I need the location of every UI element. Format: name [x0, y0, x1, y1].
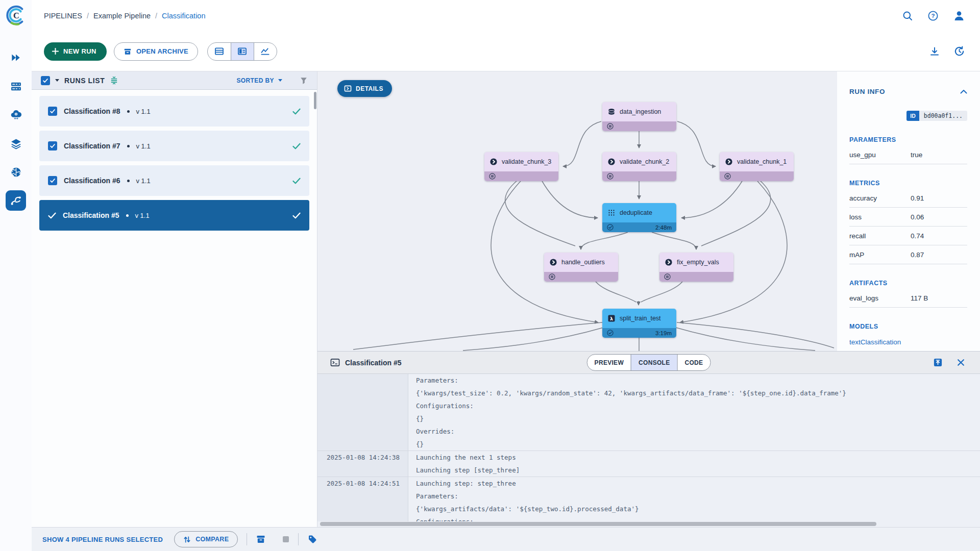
split-view-toggle[interactable]	[231, 43, 254, 60]
sidebar-item-pipelines[interactable]	[6, 190, 26, 211]
console-text: Configurations:	[408, 402, 474, 410]
select-all-caret-icon[interactable]	[55, 79, 59, 82]
pipeline-step-node[interactable]: validate_chunk_3	[484, 152, 558, 181]
console-text: Launching step [step_three]	[408, 466, 520, 474]
run-info-panel: RUN INFO ID bd00a0f1... PARAMETERSuse_gp…	[837, 71, 980, 351]
run-row[interactable]: Classification #7v 1.1	[39, 131, 309, 161]
sidebar-item-models[interactable]	[6, 162, 26, 182]
run-name: Classification #8	[64, 107, 120, 115]
pipeline-step-node[interactable]: deduplicate2:48m	[602, 203, 676, 232]
sidebar: C ++	[0, 0, 32, 551]
pipeline-step-node[interactable]: λsplit_train_test3:19m	[602, 309, 676, 338]
runs-list-scrollbar[interactable]	[314, 92, 316, 109]
console-hscrollbar[interactable]	[320, 522, 876, 526]
tab-console[interactable]: CONSOLE	[631, 355, 677, 370]
row-checkbox[interactable]	[48, 176, 57, 185]
info-row: eval_logs117 B	[849, 289, 967, 308]
run-name: Classification #7	[64, 142, 120, 150]
info-row: loss0.06	[849, 208, 967, 227]
view-toggle-group	[207, 42, 277, 61]
compare-icon	[183, 536, 191, 543]
sidebar-item-projects[interactable]	[6, 47, 26, 68]
row-checkbox[interactable]	[48, 141, 57, 151]
row-checkbox[interactable]	[48, 107, 57, 116]
runs-list-header: RUNS LIST SORTED BY	[32, 71, 317, 90]
clearml-logo-icon[interactable]: C	[5, 5, 27, 26]
abort-button-icon[interactable]	[282, 536, 289, 543]
info-row: mAP0.87	[849, 245, 967, 264]
console-output[interactable]: Parameters:{'kwargs/test_size': 0.2, 'kw…	[317, 374, 980, 521]
scalars-view-toggle[interactable]	[254, 43, 277, 60]
compare-button[interactable]: COMPARE	[174, 531, 238, 547]
run-version: v 1.1	[136, 177, 151, 185]
tab-preview[interactable]: PREVIEW	[587, 355, 631, 370]
download-icon[interactable]	[929, 46, 940, 57]
archive-button-icon[interactable]	[256, 534, 266, 544]
sidebar-item-applications[interactable]: ++	[6, 105, 26, 125]
columns-settings-icon[interactable]	[110, 76, 118, 85]
console-entry: 2025-01-08 14:24:38Launching the next 1 …	[317, 450, 980, 477]
console-line: Configurations:	[317, 515, 980, 521]
pipeline-step-node[interactable]: data_ingestion	[602, 102, 676, 131]
step-duration: 3:19m	[655, 330, 672, 336]
info-label: eval_logs	[849, 294, 911, 302]
completed-icon	[607, 224, 614, 231]
step-chevron-icon	[665, 259, 672, 266]
model-link[interactable]: textClassification	[849, 338, 967, 346]
pipeline-step-node[interactable]: validate_chunk_1	[720, 152, 794, 181]
step-name: validate_chunk_3	[502, 158, 551, 165]
pipeline-step-node[interactable]: validate_chunk_2	[602, 152, 676, 181]
run-history-icon[interactable]	[954, 46, 965, 57]
sorted-by-dropdown[interactable]: SORTED BY	[236, 77, 282, 84]
sidebar-item-datasets[interactable]	[6, 133, 26, 154]
open-archive-button[interactable]: OPEN ARCHIVE	[114, 42, 198, 61]
console-tabs: PREVIEWCONSOLECODE	[587, 354, 711, 371]
run-row[interactable]: Classification #8v 1.1	[39, 96, 309, 127]
table-view-toggle[interactable]	[208, 43, 231, 60]
pipeline-step-node[interactable]: fix_empty_vals	[659, 253, 733, 282]
help-icon[interactable]: ?	[928, 11, 938, 21]
info-value: 0.87	[911, 251, 924, 259]
run-id-chip[interactable]: ID bd00a0f1...	[906, 111, 967, 121]
info-label: accuracy	[849, 194, 911, 202]
step-name: data_ingestion	[620, 108, 661, 115]
breadcrumb-pipelines[interactable]: PIPELINES	[44, 12, 82, 20]
double-chevron-icon	[10, 52, 21, 63]
queued-icon	[549, 273, 555, 280]
run-id-value: bd00a0f1...	[919, 111, 967, 121]
console-line: Launching step [step_three]	[317, 464, 980, 477]
console-line: 2025-01-08 14:24:51Launching step: step_…	[317, 477, 980, 490]
filter-icon[interactable]	[300, 77, 308, 85]
info-label: loss	[849, 213, 911, 221]
search-icon[interactable]	[902, 11, 913, 21]
info-label: use_gpu	[849, 151, 911, 159]
pipeline-step-node[interactable]: handle_outliers	[544, 253, 618, 282]
toolbar: NEW RUN OPEN ARCHIVE	[32, 32, 980, 71]
row-selected-check-icon[interactable]	[48, 212, 56, 219]
info-value: true	[911, 151, 922, 159]
select-all-checkbox[interactable]	[41, 76, 50, 85]
section-title: METRICS	[849, 180, 967, 187]
sidebar-item-workers-queues[interactable]	[6, 76, 26, 96]
section-title: PARAMETERS	[849, 136, 967, 143]
console-line: Parameters:	[317, 490, 980, 503]
tab-code[interactable]: CODE	[677, 355, 710, 370]
details-button[interactable]: DETAILS	[337, 80, 392, 97]
new-run-button[interactable]: NEW RUN	[44, 42, 107, 61]
close-icon[interactable]	[957, 359, 965, 366]
runs-list-title: RUNS LIST	[64, 77, 105, 85]
breadcrumb: PIPELINES / Example Pipeline / Classific…	[44, 12, 205, 20]
breadcrumb-classification[interactable]: Classification	[162, 12, 205, 20]
runs-list: Classification #8v 1.1Classification #7v…	[32, 96, 317, 231]
console-line: {'kwargs/test_size': 0.2, 'kwargs/random…	[317, 387, 980, 399]
run-row[interactable]: Classification #5v 1.1	[39, 200, 309, 231]
collapse-panel-icon[interactable]	[960, 89, 967, 94]
console-line: Configurations:	[317, 399, 980, 412]
tags-button-icon[interactable]	[307, 534, 317, 544]
run-status-check-icon	[292, 108, 301, 115]
run-row[interactable]: Classification #6v 1.1	[39, 165, 309, 196]
expand-panel-icon[interactable]	[933, 358, 943, 367]
breadcrumb-example-pipeline[interactable]: Example Pipeline	[93, 12, 151, 20]
user-avatar[interactable]	[953, 10, 965, 21]
svg-text:?: ?	[931, 13, 935, 19]
